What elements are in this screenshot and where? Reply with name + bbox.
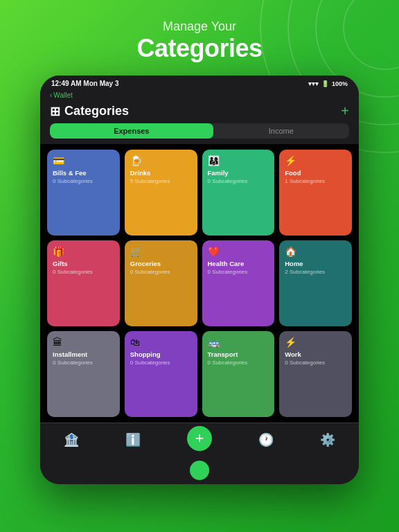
- category-icon: ⚡: [285, 337, 346, 348]
- category-card-bills-&-fee[interactable]: 💳 Bills & Fee 0 Subcategories: [47, 150, 120, 236]
- category-icon: 🎁: [53, 246, 114, 257]
- category-card-drinks[interactable]: 🍺 Drinks 5 Subcategories: [125, 150, 197, 236]
- category-subcategories: 0 Subcategories: [208, 360, 269, 366]
- expenses-tab[interactable]: Expenses: [50, 123, 213, 139]
- category-name: Transport: [208, 351, 269, 358]
- category-icon: 🏛: [53, 337, 114, 348]
- category-subcategories: 0 Subcategories: [130, 269, 192, 275]
- category-card-food[interactable]: ⚡ Food 1 Subcategories: [279, 150, 352, 236]
- category-icon: 🍺: [130, 155, 192, 166]
- device-frame: 12:49 AM Mon May 3 ▾▾▾ 🔋 100% ‹ Wallet ⊞…: [40, 76, 359, 484]
- page-title-row: ⊞ Categories +: [40, 102, 359, 123]
- category-card-work[interactable]: ⚡ Work 0 Subcategories: [279, 331, 352, 417]
- status-right: ▾▾▾ 🔋 100%: [308, 80, 348, 87]
- status-time: 12:49 AM Mon May 3: [51, 80, 118, 87]
- tab-add-button[interactable]: +: [187, 426, 212, 451]
- category-card-home[interactable]: 🏠 Home 2 Subcategories: [279, 240, 352, 326]
- back-button[interactable]: ‹ Wallet: [50, 91, 73, 99]
- header-subtitle: Manage Your: [136, 19, 262, 34]
- category-name: Food: [285, 169, 346, 177]
- category-icon: 🛍: [130, 337, 192, 348]
- category-subcategories: 0 Subcategories: [208, 269, 269, 275]
- category-subcategories: 0 Subcategories: [53, 360, 114, 366]
- status-bar: 12:49 AM Mon May 3 ▾▾▾ 🔋 100%: [40, 76, 359, 89]
- page-title: ⊞ Categories: [50, 104, 129, 119]
- nav-bar: ‹ Wallet: [40, 89, 359, 102]
- info-icon: ℹ️: [125, 432, 141, 447]
- category-icon: 💳: [53, 155, 114, 166]
- category-icon: 🏠: [285, 246, 346, 257]
- category-card-installment[interactable]: 🏛 Installment 0 Subcategories: [47, 331, 120, 417]
- tab-settings[interactable]: ⚙️: [320, 432, 335, 447]
- back-chevron-icon: ‹: [50, 91, 52, 99]
- category-subcategories: 0 Subcategories: [53, 269, 114, 275]
- battery-icon: 🔋: [321, 80, 329, 87]
- income-tab[interactable]: Income: [213, 123, 349, 139]
- category-card-shopping[interactable]: 🛍 Shopping 0 Subcategories: [125, 331, 197, 417]
- categories-grid: 💳 Bills & Fee 0 Subcategories 🍺 Drinks 5…: [40, 144, 359, 423]
- settings-icon: ⚙️: [320, 432, 335, 447]
- svg-point-3: [344, 0, 399, 69]
- category-subcategories: 1 Subcategories: [285, 178, 346, 184]
- category-subcategories: 0 Subcategories: [208, 178, 269, 184]
- history-icon: 🕐: [258, 432, 274, 447]
- category-name: Groceries: [130, 260, 192, 267]
- category-subcategories: 0 Subcategories: [53, 178, 114, 184]
- category-icon: ❤️: [208, 246, 269, 257]
- wallet-icon: 🏦: [64, 432, 79, 447]
- category-card-family[interactable]: 👨‍👩‍👧 Family 0 Subcategories: [202, 150, 275, 236]
- category-card-transport[interactable]: 🚌 Transport 0 Subcategories: [202, 331, 275, 417]
- category-subcategories: 2 Subcategories: [285, 269, 346, 275]
- category-name: Gifts: [53, 260, 114, 267]
- tab-wallet[interactable]: 🏦: [64, 432, 79, 447]
- header-title: Categories: [136, 34, 262, 63]
- category-icon: ⚡: [285, 155, 346, 166]
- category-name: Shopping: [130, 351, 192, 358]
- segment-bar: Expenses Income: [40, 123, 359, 144]
- category-card-groceries[interactable]: 🛒 Groceries 0 Subcategories: [125, 240, 197, 326]
- plus-icon: +: [195, 429, 204, 447]
- category-icon: 🚌: [208, 337, 269, 348]
- home-indicator: [40, 458, 359, 484]
- category-name: Drinks: [130, 169, 192, 177]
- home-dot: [190, 461, 209, 480]
- tab-info[interactable]: ℹ️: [125, 432, 141, 447]
- grid-icon: ⊞: [50, 104, 60, 119]
- category-name: Health Care: [208, 260, 269, 267]
- back-label: Wallet: [53, 91, 72, 99]
- battery-percent: 100%: [332, 80, 348, 87]
- segment-control: Expenses Income: [50, 123, 349, 139]
- category-card-health-care[interactable]: ❤️ Health Care 0 Subcategories: [202, 240, 275, 326]
- wifi-icon: ▾▾▾: [308, 80, 319, 87]
- category-card-gifts[interactable]: 🎁 Gifts 0 Subcategories: [47, 240, 120, 326]
- category-name: Family: [208, 169, 269, 177]
- header-section: Manage Your Categories: [136, 19, 262, 63]
- category-name: Work: [285, 351, 346, 358]
- add-button[interactable]: +: [341, 103, 349, 119]
- tab-history[interactable]: 🕐: [258, 432, 274, 447]
- category-subcategories: 5 Subcategories: [130, 178, 192, 184]
- category-subcategories: 0 Subcategories: [285, 360, 346, 366]
- category-name: Bills & Fee: [53, 169, 114, 177]
- category-name: Home: [285, 260, 346, 267]
- tab-bar: 🏦 ℹ️ + 🕐 ⚙️: [40, 423, 359, 458]
- category-subcategories: 0 Subcategories: [130, 360, 192, 366]
- category-icon: 👨‍👩‍👧: [208, 155, 269, 166]
- category-icon: 🛒: [130, 246, 192, 257]
- category-name: Installment: [53, 351, 114, 358]
